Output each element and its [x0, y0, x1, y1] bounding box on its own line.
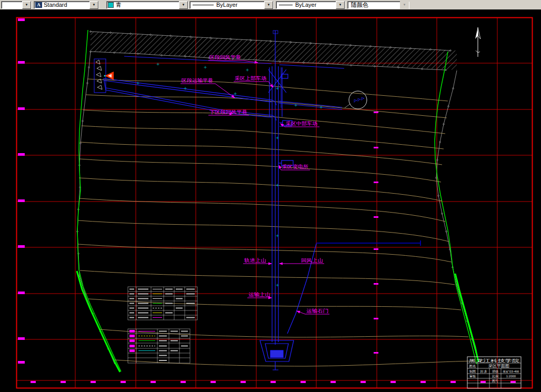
label-substation: 采区变电所: [282, 164, 309, 169]
lineweight-value: ByLayer: [295, 2, 316, 8]
north-arrow-icon: [475, 27, 480, 57]
dropdown-arrow-icon[interactable]: ▼: [336, 1, 345, 9]
title-scale-value: 1:2000: [506, 375, 516, 378]
winch-house-structure: [94, 59, 114, 93]
grid-lines: [16, 17, 533, 388]
dropdown-arrow-icon[interactable]: ▼: [179, 1, 188, 9]
plotstyle-combo[interactable]: 随颜色 ▼: [347, 1, 409, 9]
linetype-value: ByLayer: [216, 2, 237, 8]
label-section-haulage-gateway: 区段运输平巷: [182, 77, 213, 83]
dropdown-arrow-icon[interactable]: ▼: [22, 1, 31, 9]
title-checker-label: 审核: [469, 374, 476, 378]
label-return-rise: 回风上山: [301, 257, 323, 263]
contour-lines: [78, 79, 474, 366]
drawing-canvas[interactable]: 区段回风平巷 区段运输平巷 采区上部车场 下区段回风平巷 采区中部车场 采区变电…: [0, 9, 541, 392]
title-school: 黑龙江科技学院: [469, 358, 519, 363]
title-drafter-label: 制图: [469, 370, 476, 374]
label-middle-yard: 采区中部车场: [286, 120, 317, 126]
linetype-combo[interactable]: ByLayer ▼: [189, 1, 274, 9]
label-haulage-rise: 运输上山: [248, 292, 270, 297]
label-lower-section-return-airway: 下区段回风平巷: [209, 109, 247, 115]
hatch-band: [91, 32, 457, 70]
title-sheet-label: 图号: [492, 379, 498, 383]
left-combo[interactable]: ▼: [1, 1, 32, 9]
title-drawing-name: 采区平面图: [488, 364, 509, 368]
text-style-value: Standard: [44, 2, 67, 8]
label-haulage-crosscut: 运输石门: [306, 308, 328, 314]
color-combo[interactable]: 青 ▼: [106, 1, 188, 9]
label-track-rise: 轨道上山: [244, 257, 266, 263]
symbols-table: [128, 329, 190, 363]
dropdown-arrow-icon[interactable]: ▼: [264, 1, 273, 9]
text-style-icon: A: [35, 2, 42, 8]
title-scale-label: 比例: [492, 375, 498, 378]
title-class-name: 采矿03-4班: [503, 370, 519, 373]
color-swatch-icon: [108, 2, 114, 8]
title-class-label: 班级: [492, 370, 498, 373]
title-block: 黑龙江科技学院 图名 采区平面图 制图 刘 多 班级 采矿03-4班 审核 比例…: [467, 357, 521, 388]
legend-table: [128, 287, 197, 320]
rock-symbols: [96, 60, 102, 89]
lineweight-combo[interactable]: ByLayer ▼: [276, 1, 345, 9]
dropdown-arrow-icon: ▼: [400, 1, 409, 9]
text-style-combo[interactable]: A Standard ▼: [34, 1, 99, 9]
color-value: 青: [116, 1, 122, 9]
lineweight-sample-icon: [279, 5, 293, 5]
callout-circle: [349, 91, 367, 109]
linetype-sample-icon: [193, 5, 214, 5]
dropdown-arrow-icon[interactable]: ▼: [89, 1, 98, 9]
label-section-return-airway-top: 区段回风平巷: [209, 54, 241, 60]
title-name-label: 图名: [469, 364, 476, 368]
label-upper-yard: 采区上部车场: [235, 75, 266, 81]
cad-window: ▼ A Standard ▼ 青 ▼ ByLayer ▼ ByLayer ▼ 随…: [0, 0, 541, 392]
plotstyle-value: 随颜色: [351, 1, 368, 9]
object-properties-toolbar: ▼ A Standard ▼ 青 ▼ ByLayer ▼ ByLayer ▼ 随…: [0, 0, 541, 10]
title-drafter-name: 刘 多: [480, 369, 487, 374]
